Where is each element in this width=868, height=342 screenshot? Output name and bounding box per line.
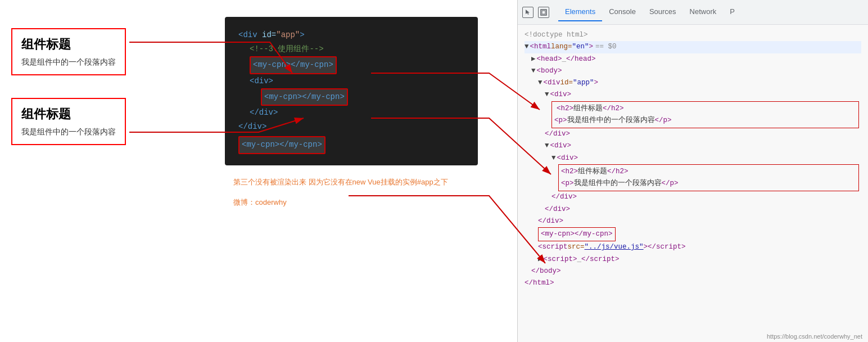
dt-row-body: ▼ <body> xyxy=(525,65,861,77)
component-title-2: 组件标题 xyxy=(21,106,116,123)
tab-sources[interactable]: Sources xyxy=(643,3,683,21)
dt-row-div2-outer: ▼ <div> xyxy=(525,140,861,152)
component-title-1: 组件标题 xyxy=(21,36,116,53)
dt-row-script-src: <script src= "../js/vue.js" ></script> xyxy=(525,241,861,253)
dt-box-2: <h2> 组件标题 </h2> <p> 我是组件中的一个段落内容 </p> xyxy=(558,164,859,192)
component-desc-2: 我是组件中的一个段落内容 xyxy=(21,127,116,137)
tab-network[interactable]: Network xyxy=(683,3,724,21)
cursor-icon[interactable] xyxy=(522,7,534,18)
left-panel: 组件标题 我是组件中的一个段落内容 组件标题 我是组件中的一个段落内容 xyxy=(0,0,186,342)
highlight-cpn-2: <my-cpn></my-cpn> xyxy=(261,88,348,106)
dt-row-p-1: <p> 我是组件中的一个段落内容 </p> xyxy=(554,115,856,127)
dt-row-head: ▶ <head> _ </head> xyxy=(525,53,861,65)
dt-row-script-inline: ▶ <script> _ </script> xyxy=(525,254,861,266)
code-line-5: <my-cpn></my-cpn> xyxy=(238,88,464,106)
highlight-cpn-1: <my-cpn></my-cpn> xyxy=(250,56,337,74)
annotation-line: 第三个没有被渲染出来 因为它没有在new Vue挂载的实例#app之下 xyxy=(233,177,469,188)
dt-row-mycpn: <my-cpn></my-cpn> xyxy=(525,227,861,241)
component-desc-1: 我是组件中的一个段落内容 xyxy=(21,57,116,68)
devtools-content: <!doctype html> ▼ <html lang="en" > == $… xyxy=(518,25,868,342)
dt-row-p-2: <p> 我是组件中的一个段落内容 </p> xyxy=(561,178,856,190)
code-editor: <div id="app"> <!--3.使用组件--> <my-cpn></m… xyxy=(225,17,478,165)
highlight-cpn-3: <my-cpn></my-cpn> xyxy=(238,136,326,154)
tab-more[interactable]: P xyxy=(723,3,742,21)
box-icon[interactable] xyxy=(538,7,549,18)
dt-row-div1-close: </div> xyxy=(525,128,861,140)
dt-row-div-app: ▼ <div id="app" > xyxy=(525,77,861,89)
dt-row-doctype: <!doctype html> xyxy=(525,29,861,41)
component-box-1: 组件标题 我是组件中的一个段落内容 xyxy=(11,28,126,75)
dt-row-body-close: </body> xyxy=(525,266,861,277)
devtools-icon-group xyxy=(522,7,549,18)
code-line-1: <div id="app"> xyxy=(238,28,464,42)
code-line-8: <my-cpn></my-cpn> xyxy=(238,136,464,154)
devtools-panel: Elements Console Sources Network P <!doc… xyxy=(517,0,868,342)
dt-box-mycpn: <my-cpn></my-cpn> xyxy=(538,227,616,241)
dt-row-div2-inner-close: </div> xyxy=(525,191,861,203)
dt-row-html-close: </html> xyxy=(525,277,861,289)
code-line-7: </div> xyxy=(238,120,464,134)
annotation-text: 第三个没有被渲染出来 因为它没有在new Vue挂载的实例#app之下 微博：c… xyxy=(233,177,469,209)
tab-console[interactable]: Console xyxy=(602,3,643,21)
dt-row-h2-1: <h2> 组件标题 </h2> xyxy=(554,103,856,115)
dt-row-div2-outer-close: </div> xyxy=(525,204,861,215)
dt-row-h2-2: <h2> 组件标题 </h2> xyxy=(561,166,856,178)
tab-elements[interactable]: Elements xyxy=(558,3,602,21)
code-line-2: <!--3.使用组件--> xyxy=(238,42,464,56)
dt-row-div1: ▼ <div> xyxy=(525,89,861,101)
svg-rect-1 xyxy=(542,11,545,14)
bottom-url: https://blog.csdn.net/coderwhy_net xyxy=(767,333,862,340)
dt-box-1: <h2> 组件标题 </h2> <p> 我是组件中的一个段落内容 </p> xyxy=(551,101,859,129)
dt-row-html: ▼ <html lang="en" > == $0 xyxy=(525,41,861,53)
dt-row-divapp-close: </div> xyxy=(525,215,861,227)
weibo-text: 微博：coderwhy xyxy=(233,197,469,209)
code-line-3: <my-cpn></my-cpn> xyxy=(238,56,464,74)
code-line-4: <div> xyxy=(238,74,464,88)
code-line-6: </div> xyxy=(238,106,464,120)
devtools-tabs: Elements Console Sources Network P xyxy=(518,0,868,25)
component-box-2: 组件标题 我是组件中的一个段落内容 xyxy=(11,98,126,145)
code-panel: <div id="app"> <!--3.使用组件--> <my-cpn></m… xyxy=(186,0,517,342)
dt-row-div2-inner: ▼ <div> xyxy=(525,152,861,164)
